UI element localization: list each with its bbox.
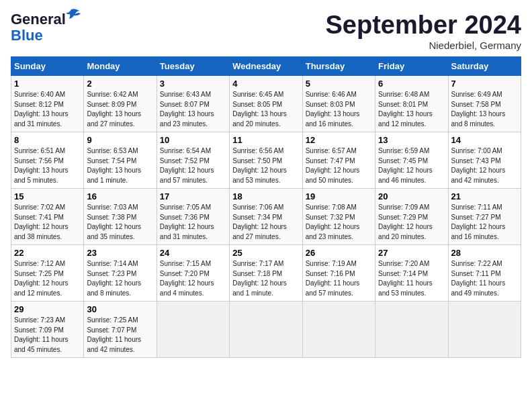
- table-row: 7Sunrise: 6:49 AM Sunset: 7:58 PM Daylig…: [448, 76, 521, 132]
- table-row: [448, 302, 521, 358]
- table-row: 23Sunrise: 7:14 AM Sunset: 7:23 PM Dayli…: [84, 245, 157, 302]
- logo: General Blue: [11, 11, 66, 44]
- table-row: 27Sunrise: 7:20 AM Sunset: 7:14 PM Dayli…: [375, 245, 448, 302]
- table-row: 6Sunrise: 6:48 AM Sunset: 8:01 PM Daylig…: [375, 76, 448, 132]
- table-row: 28Sunrise: 7:22 AM Sunset: 7:11 PM Dayli…: [448, 245, 521, 302]
- title-area: September 2024 Niederbiel, Germany: [326, 11, 522, 51]
- table-row: 9Sunrise: 6:53 AM Sunset: 7:54 PM Daylig…: [84, 132, 157, 189]
- table-row: 1Sunrise: 6:40 AM Sunset: 8:12 PM Daylig…: [11, 76, 84, 132]
- month-title: September 2024: [326, 11, 522, 40]
- location: Niederbiel, Germany: [326, 40, 522, 51]
- table-row: 21Sunrise: 7:11 AM Sunset: 7:27 PM Dayli…: [448, 189, 521, 245]
- table-row: 12Sunrise: 6:57 AM Sunset: 7:47 PM Dayli…: [302, 132, 375, 189]
- table-row: 22Sunrise: 7:12 AM Sunset: 7:25 PM Dayli…: [11, 245, 84, 302]
- calendar-table: Sunday Monday Tuesday Wednesday Thursday…: [11, 56, 521, 358]
- table-row: 15Sunrise: 7:02 AM Sunset: 7:41 PM Dayli…: [11, 189, 84, 245]
- table-row: 26Sunrise: 7:19 AM Sunset: 7:16 PM Dayli…: [302, 245, 375, 302]
- table-row: [230, 302, 302, 358]
- col-monday: Monday: [84, 57, 157, 76]
- table-row: 30Sunrise: 7:25 AM Sunset: 7:07 PM Dayli…: [84, 302, 157, 358]
- logo-text-general: General: [11, 11, 66, 28]
- table-row: [302, 302, 375, 358]
- week-row-4: 22Sunrise: 7:12 AM Sunset: 7:25 PM Dayli…: [11, 245, 521, 302]
- logo-text-blue: Blue: [11, 27, 43, 44]
- col-thursday: Thursday: [302, 57, 375, 76]
- table-row: 24Sunrise: 7:15 AM Sunset: 7:20 PM Dayli…: [157, 245, 229, 302]
- table-row: 2Sunrise: 6:42 AM Sunset: 8:09 PM Daylig…: [84, 76, 157, 132]
- table-row: 17Sunrise: 7:05 AM Sunset: 7:36 PM Dayli…: [157, 189, 229, 245]
- header-row: Sunday Monday Tuesday Wednesday Thursday…: [11, 57, 521, 76]
- table-row: 3Sunrise: 6:43 AM Sunset: 8:07 PM Daylig…: [157, 76, 229, 132]
- logo-bird-icon: [66, 8, 81, 20]
- table-row: 16Sunrise: 7:03 AM Sunset: 7:38 PM Dayli…: [84, 189, 157, 245]
- table-row: 19Sunrise: 7:08 AM Sunset: 7:32 PM Dayli…: [302, 189, 375, 245]
- week-row-1: 1Sunrise: 6:40 AM Sunset: 8:12 PM Daylig…: [11, 76, 521, 132]
- col-sunday: Sunday: [11, 57, 84, 76]
- col-wednesday: Wednesday: [230, 57, 302, 76]
- table-row: 14Sunrise: 7:00 AM Sunset: 7:43 PM Dayli…: [448, 132, 521, 189]
- page-header: General Blue September 2024 Niederbiel, …: [11, 11, 521, 51]
- week-row-3: 15Sunrise: 7:02 AM Sunset: 7:41 PM Dayli…: [11, 189, 521, 245]
- table-row: 4Sunrise: 6:45 AM Sunset: 8:05 PM Daylig…: [230, 76, 302, 132]
- table-row: 8Sunrise: 6:51 AM Sunset: 7:56 PM Daylig…: [11, 132, 84, 189]
- table-row: [157, 302, 229, 358]
- col-saturday: Saturday: [448, 57, 521, 76]
- table-row: 25Sunrise: 7:17 AM Sunset: 7:18 PM Dayli…: [230, 245, 302, 302]
- table-row: 10Sunrise: 6:54 AM Sunset: 7:52 PM Dayli…: [157, 132, 229, 189]
- table-row: 20Sunrise: 7:09 AM Sunset: 7:29 PM Dayli…: [375, 189, 448, 245]
- table-row: 18Sunrise: 7:06 AM Sunset: 7:34 PM Dayli…: [230, 189, 302, 245]
- col-tuesday: Tuesday: [157, 57, 229, 76]
- week-row-2: 8Sunrise: 6:51 AM Sunset: 7:56 PM Daylig…: [11, 132, 521, 189]
- table-row: 29Sunrise: 7:23 AM Sunset: 7:09 PM Dayli…: [11, 302, 84, 358]
- table-row: 11Sunrise: 6:56 AM Sunset: 7:50 PM Dayli…: [230, 132, 302, 189]
- week-row-5: 29Sunrise: 7:23 AM Sunset: 7:09 PM Dayli…: [11, 302, 521, 358]
- table-row: [375, 302, 448, 358]
- table-row: 13Sunrise: 6:59 AM Sunset: 7:45 PM Dayli…: [375, 132, 448, 189]
- table-row: 5Sunrise: 6:46 AM Sunset: 8:03 PM Daylig…: [302, 76, 375, 132]
- col-friday: Friday: [375, 57, 448, 76]
